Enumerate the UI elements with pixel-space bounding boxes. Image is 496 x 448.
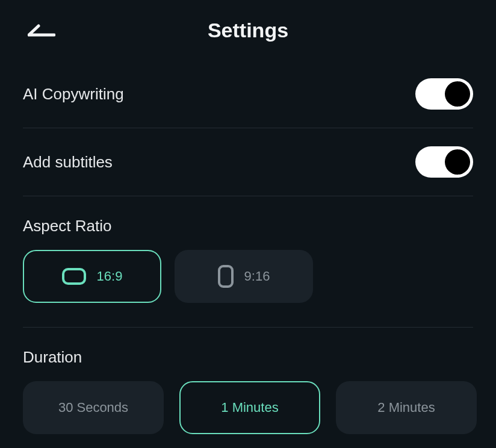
- option-label: 30 Seconds: [58, 400, 128, 415]
- option-label: 1 Minutes: [221, 400, 278, 415]
- option-label: 9:16: [244, 269, 270, 284]
- ai-copywriting-toggle[interactable]: [415, 78, 473, 110]
- duration-option-30s[interactable]: 30 Seconds: [23, 381, 164, 434]
- svg-rect-0: [63, 269, 85, 284]
- back-icon: [28, 24, 55, 37]
- portrait-icon: [218, 265, 234, 288]
- aspect-ratio-options: 16:9 9:16: [23, 250, 473, 303]
- duration-title: Duration: [23, 348, 473, 367]
- duration-option-1m[interactable]: 1 Minutes: [179, 381, 320, 434]
- back-button[interactable]: [26, 22, 57, 40]
- option-label: 16:9: [97, 269, 123, 284]
- ai-copywriting-label: AI Copywriting: [23, 85, 124, 104]
- aspect-ratio-option-16-9[interactable]: 16:9: [23, 250, 161, 303]
- landscape-icon: [62, 268, 86, 285]
- divider: [23, 196, 473, 196]
- duration-option-2m[interactable]: 2 Minutes: [336, 381, 477, 434]
- option-label: 2 Minutes: [377, 400, 435, 415]
- toggle-knob: [445, 81, 470, 107]
- row-add-subtitles: Add subtitles: [23, 128, 473, 196]
- header: Settings: [0, 0, 496, 60]
- duration-options: 30 Seconds 1 Minutes 2 Minutes: [23, 381, 473, 434]
- add-subtitles-toggle[interactable]: [415, 146, 473, 178]
- aspect-ratio-title: Aspect Ratio: [23, 217, 473, 235]
- page-title: Settings: [208, 19, 288, 42]
- svg-rect-1: [219, 266, 232, 287]
- divider: [23, 327, 473, 328]
- row-ai-copywriting: AI Copywriting: [23, 60, 473, 128]
- add-subtitles-label: Add subtitles: [23, 153, 113, 172]
- aspect-ratio-option-9-16[interactable]: 9:16: [175, 250, 313, 303]
- toggle-knob: [445, 149, 470, 175]
